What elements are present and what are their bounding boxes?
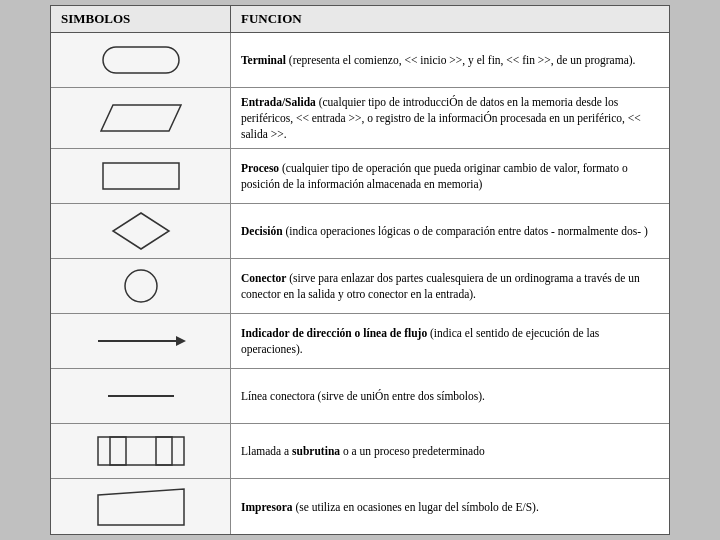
row-indicador: Indicador de dirección o línea de flujo …	[51, 314, 669, 369]
bold-decision: Decisión	[241, 225, 283, 237]
bold-terminal: Terminal	[241, 54, 286, 66]
row-entrada-salida: Entrada/Salida (cualquier tipo de introd…	[51, 88, 669, 149]
row-linea-conectora: Línea conectora (sirve de uniÓn entre do…	[51, 369, 669, 424]
svg-point-4	[125, 270, 157, 302]
text-decision: Decisión (indica operaciones lógicas o d…	[231, 204, 669, 258]
svg-rect-9	[110, 437, 126, 465]
symbol-conector	[51, 259, 231, 313]
row-proceso: Proceso (cualquier tipo de operación que…	[51, 149, 669, 204]
svg-rect-0	[103, 47, 179, 73]
svg-marker-3	[113, 213, 169, 249]
row-subrutina: Llamada a subrutina o a un proceso prede…	[51, 424, 669, 479]
rest-conector: (sirve para enlazar dos partes cualesqui…	[241, 272, 640, 300]
rest-subrutina: o a un proceso predeterminado	[340, 445, 485, 457]
rest-linea-conectora: Línea conectora (sirve de uniÓn entre do…	[241, 390, 485, 402]
row-conector: Conector (sirve para enlazar dos partes …	[51, 259, 669, 314]
bold-subrutina: subrutina	[292, 445, 340, 457]
symbol-decision	[51, 204, 231, 258]
text-proceso: Proceso (cualquier tipo de operación que…	[231, 149, 669, 203]
rest-impresora: (se utiliza en ocasiones en lugar del sí…	[293, 501, 539, 513]
main-table: SIMBOLOS FUNCION Terminal (representa el…	[50, 5, 670, 535]
text-terminal: Terminal (representa el comienzo, << ini…	[231, 33, 669, 87]
symbol-indicador	[51, 314, 231, 368]
table-header: SIMBOLOS FUNCION	[51, 6, 669, 33]
text-entrada-salida: Entrada/Salida (cualquier tipo de introd…	[231, 88, 669, 148]
symbol-entrada-salida	[51, 88, 231, 148]
row-terminal: Terminal (representa el comienzo, << ini…	[51, 33, 669, 88]
rest-decision: (indica operaciones lógicas o de compara…	[283, 225, 648, 237]
svg-marker-1	[101, 105, 181, 131]
svg-rect-8	[98, 437, 184, 465]
text-indicador: Indicador de dirección o línea de flujo …	[231, 314, 669, 368]
svg-marker-6	[176, 336, 186, 346]
rest-terminal: (representa el comienzo, << inicio >>, y…	[286, 54, 636, 66]
bold-indicador: Indicador de dirección o línea de flujo	[241, 327, 427, 339]
row-decision: Decisión (indica operaciones lógicas o d…	[51, 204, 669, 259]
text-impresora: Impresora (se utiliza en ocasiones en lu…	[231, 479, 669, 534]
text-conector: Conector (sirve para enlazar dos partes …	[231, 259, 669, 313]
symbol-terminal	[51, 33, 231, 87]
symbol-proceso	[51, 149, 231, 203]
symbol-linea-conectora	[51, 369, 231, 423]
svg-marker-11	[98, 489, 184, 525]
bold-proceso: Proceso	[241, 162, 279, 174]
svg-rect-10	[156, 437, 172, 465]
text-linea-conectora: Línea conectora (sirve de uniÓn entre do…	[231, 369, 669, 423]
symbol-subrutina	[51, 424, 231, 478]
header-simbolos: SIMBOLOS	[51, 6, 231, 32]
rest-proceso: (cualquier tipo de operación que pueda o…	[241, 162, 628, 190]
bold-conector: Conector	[241, 272, 286, 284]
text-subrutina: Llamada a subrutina o a un proceso prede…	[231, 424, 669, 478]
header-funcion: FUNCION	[231, 6, 669, 32]
symbol-impresora	[51, 479, 231, 534]
svg-rect-2	[103, 163, 179, 189]
row-impresora: Impresora (se utiliza en ocasiones en lu…	[51, 479, 669, 534]
bold-impresora: Impresora	[241, 501, 293, 513]
bold-es: Entrada/Salida	[241, 96, 316, 108]
